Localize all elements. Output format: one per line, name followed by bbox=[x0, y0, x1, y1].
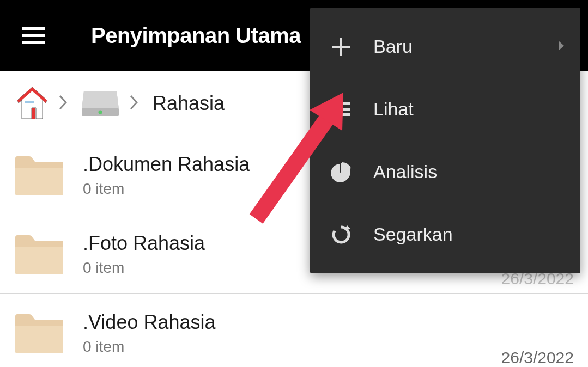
folder-icon bbox=[14, 233, 64, 276]
chevron-right-icon bbox=[130, 92, 138, 115]
page-title: Penyimpanan Utama bbox=[91, 23, 301, 48]
svg-rect-10 bbox=[332, 108, 350, 111]
chevron-right-icon bbox=[557, 40, 565, 54]
menu-hamburger-button[interactable] bbox=[22, 27, 45, 44]
menu-item-new[interactable]: Baru bbox=[310, 15, 580, 78]
svg-marker-8 bbox=[559, 41, 564, 51]
svg-point-5 bbox=[99, 110, 102, 114]
svg-rect-2 bbox=[32, 108, 35, 119]
file-meta: 0 item bbox=[83, 338, 501, 356]
folder-icon bbox=[14, 154, 64, 197]
svg-rect-11 bbox=[332, 113, 350, 116]
chevron-right-icon bbox=[59, 92, 68, 115]
menu-label: Segarkan bbox=[373, 224, 565, 245]
list-icon bbox=[330, 98, 353, 121]
home-icon[interactable] bbox=[15, 85, 49, 122]
drive-icon[interactable] bbox=[81, 90, 120, 117]
file-info: .Video Rahasia 0 item bbox=[83, 311, 501, 356]
menu-label: Lihat bbox=[373, 99, 565, 120]
menu-item-refresh[interactable]: Segarkan bbox=[310, 203, 580, 266]
menu-label: Analisis bbox=[373, 161, 565, 182]
file-date: 26/3/2022 bbox=[501, 348, 574, 367]
plus-icon bbox=[330, 35, 353, 58]
context-menu: Baru Lihat Analisis bbox=[310, 8, 580, 273]
menu-label: Baru bbox=[373, 36, 557, 57]
refresh-icon bbox=[330, 223, 353, 246]
svg-rect-3 bbox=[25, 101, 34, 103]
svg-rect-9 bbox=[332, 102, 350, 105]
folder-icon bbox=[14, 312, 64, 354]
breadcrumb-current[interactable]: Rahasia bbox=[153, 92, 225, 115]
pie-chart-icon bbox=[330, 161, 353, 184]
list-item[interactable]: .Video Rahasia 0 item 26/3/2022 bbox=[0, 294, 588, 367]
menu-item-analyze[interactable]: Analisis bbox=[310, 140, 580, 203]
file-name: .Video Rahasia bbox=[83, 311, 501, 334]
menu-item-view[interactable]: Lihat bbox=[310, 78, 580, 140]
